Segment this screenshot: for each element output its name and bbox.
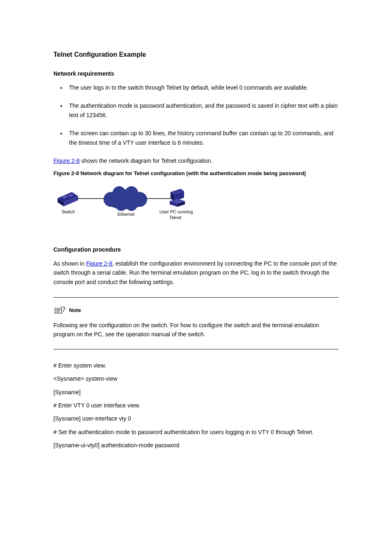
note-body: Following are the configuration on the s… (53, 321, 339, 339)
note-header: Note (53, 306, 339, 315)
step-2: # Enter VTY 0 user interface view. (53, 401, 339, 410)
cmd-3: [Sysname-ui-vty0] authentication-mode pa… (53, 441, 339, 450)
config-figure-link[interactable]: Figure 2-8 (86, 260, 112, 267)
list-item: The screen can contain up to 30 lines, t… (67, 129, 339, 147)
svg-point-10 (126, 199, 137, 211)
svg-point-7 (113, 186, 126, 199)
figure-reference-line: Figure 2-8 shows the network diagram for… (53, 156, 339, 165)
pc-icon (170, 189, 185, 207)
note-label: Note (69, 306, 81, 315)
network-diagram: Switch Ethernet User PC running Telnet (53, 184, 339, 236)
cmd-1b: [Sysname] (53, 388, 339, 397)
step-1: # Enter system view. (53, 361, 339, 370)
svg-point-8 (125, 186, 138, 199)
figure-link[interactable]: Figure 2-8 (53, 157, 80, 164)
figure-caption: Figure 2-8 Network diagram for Telnet co… (53, 169, 339, 178)
svg-text:Telnet: Telnet (169, 215, 181, 220)
list-item: The authentication mode is password auth… (67, 101, 339, 120)
step-3: # Set the authentication mode to passwor… (53, 428, 339, 437)
switch-icon (58, 192, 78, 206)
config-procedure-heading: Configuration procedure (53, 245, 339, 254)
telnet-config-heading: Telnet Configuration Example (53, 49, 339, 60)
note-icon (53, 306, 66, 315)
note-block: Note Following are the configuration on … (53, 297, 339, 349)
svg-text:User PC running: User PC running (159, 209, 193, 214)
cmd-2: [Sysname] user-interface vty 0 (53, 414, 339, 423)
config-para-pre: As shown in (53, 260, 86, 267)
svg-point-9 (115, 199, 127, 211)
figure-link-after: shows the network diagram for Telnet con… (80, 157, 212, 164)
cmd-1a: <Sysname> system-view (53, 374, 339, 383)
list-item: The user logs in to the switch through T… (67, 83, 339, 92)
ethernet-label: Ethernet (118, 212, 135, 217)
cloud-icon (104, 186, 147, 211)
figure-caption-prefix: Figure 2-8 (53, 170, 81, 176)
figure-caption-text: Network diagram for Telnet configuration… (81, 170, 306, 176)
config-intro-para: As shown in Figure 2-8, establish the co… (53, 259, 339, 287)
network-requirements-heading: Network requirements (53, 69, 339, 78)
requirements-list: The user logs in to the switch through T… (67, 83, 339, 147)
switch-label: Switch (62, 209, 75, 214)
